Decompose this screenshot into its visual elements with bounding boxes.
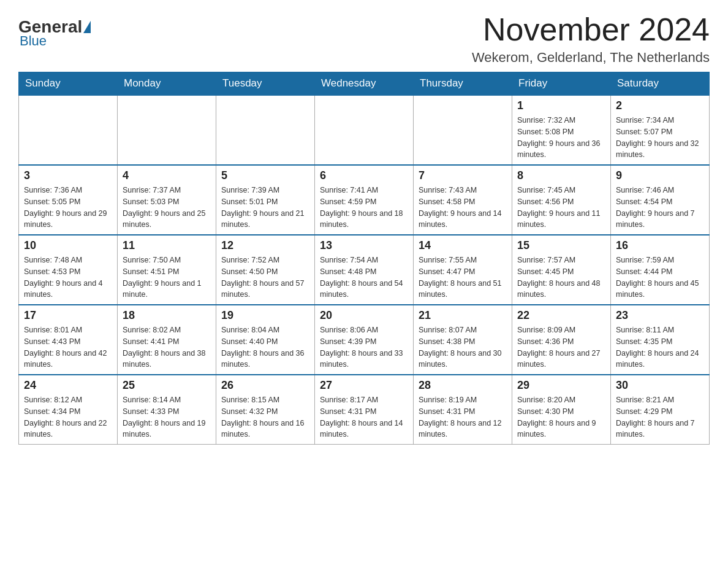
day-info: Sunrise: 7:43 AMSunset: 4:58 PMDaylight:… — [419, 185, 507, 231]
day-info: Sunrise: 8:04 AMSunset: 4:40 PMDaylight:… — [221, 324, 309, 370]
calendar-cell-w1-d1: 4Sunrise: 7:37 AMSunset: 5:03 PMDaylight… — [118, 165, 216, 235]
day-number: 14 — [419, 239, 507, 252]
calendar-cell-w2-d5: 15Sunrise: 7:57 AMSunset: 4:45 PMDayligh… — [512, 235, 611, 305]
day-number: 2 — [616, 99, 704, 112]
logo-blue-text: Blue — [20, 33, 47, 49]
day-number: 8 — [517, 169, 605, 182]
logo-triangle-icon — [83, 21, 91, 33]
day-info: Sunrise: 7:59 AMSunset: 4:44 PMDaylight:… — [616, 255, 704, 301]
day-number: 20 — [320, 309, 408, 322]
calendar-cell-w3-d5: 22Sunrise: 8:09 AMSunset: 4:36 PMDayligh… — [512, 305, 611, 375]
day-number: 22 — [517, 309, 605, 322]
header-sunday: Sunday — [19, 72, 118, 96]
calendar-cell-w1-d6: 9Sunrise: 7:46 AMSunset: 4:54 PMDaylight… — [611, 165, 710, 235]
day-info: Sunrise: 8:12 AMSunset: 4:34 PMDaylight:… — [24, 394, 112, 440]
day-info: Sunrise: 7:36 AMSunset: 5:05 PMDaylight:… — [24, 185, 112, 231]
calendar-cell-w0-d6: 2Sunrise: 7:34 AMSunset: 5:07 PMDaylight… — [611, 95, 710, 165]
day-number: 13 — [320, 239, 408, 252]
calendar-cell-w2-d4: 14Sunrise: 7:55 AMSunset: 4:47 PMDayligh… — [414, 235, 512, 305]
day-number: 11 — [123, 239, 211, 252]
header-area: General Blue November 2024 Wekerom, Geld… — [18, 12, 710, 66]
calendar-cell-w1-d3: 6Sunrise: 7:41 AMSunset: 4:59 PMDaylight… — [315, 165, 414, 235]
calendar-cell-w4-d3: 27Sunrise: 8:17 AMSunset: 4:31 PMDayligh… — [315, 375, 414, 445]
day-info: Sunrise: 8:07 AMSunset: 4:38 PMDaylight:… — [419, 324, 507, 370]
calendar-cell-w0-d5: 1Sunrise: 7:32 AMSunset: 5:08 PMDaylight… — [512, 95, 611, 165]
day-info: Sunrise: 8:06 AMSunset: 4:39 PMDaylight:… — [320, 324, 408, 370]
day-number: 26 — [221, 379, 309, 392]
day-number: 5 — [221, 169, 309, 182]
calendar-cell-w0-d3 — [315, 95, 414, 165]
calendar-week-row-2: 10Sunrise: 7:48 AMSunset: 4:53 PMDayligh… — [19, 235, 710, 305]
day-info: Sunrise: 7:48 AMSunset: 4:53 PMDaylight:… — [24, 255, 112, 301]
day-info: Sunrise: 8:19 AMSunset: 4:31 PMDaylight:… — [419, 394, 507, 440]
calendar-cell-w3-d2: 19Sunrise: 8:04 AMSunset: 4:40 PMDayligh… — [216, 305, 315, 375]
day-info: Sunrise: 8:09 AMSunset: 4:36 PMDaylight:… — [517, 324, 605, 370]
day-number: 27 — [320, 379, 408, 392]
calendar-cell-w4-d4: 28Sunrise: 8:19 AMSunset: 4:31 PMDayligh… — [414, 375, 512, 445]
day-info: Sunrise: 8:11 AMSunset: 4:35 PMDaylight:… — [616, 324, 704, 370]
calendar-cell-w3-d4: 21Sunrise: 8:07 AMSunset: 4:38 PMDayligh… — [414, 305, 512, 375]
calendar-cell-w3-d3: 20Sunrise: 8:06 AMSunset: 4:39 PMDayligh… — [315, 305, 414, 375]
day-number: 1 — [517, 99, 605, 112]
day-info: Sunrise: 8:14 AMSunset: 4:33 PMDaylight:… — [123, 394, 211, 440]
calendar-cell-w4-d2: 26Sunrise: 8:15 AMSunset: 4:32 PMDayligh… — [216, 375, 315, 445]
calendar-table: Sunday Monday Tuesday Wednesday Thursday… — [18, 72, 710, 445]
day-info: Sunrise: 7:39 AMSunset: 5:01 PMDaylight:… — [221, 185, 309, 231]
calendar-cell-w2-d3: 13Sunrise: 7:54 AMSunset: 4:48 PMDayligh… — [315, 235, 414, 305]
day-info: Sunrise: 7:57 AMSunset: 4:45 PMDaylight:… — [517, 255, 605, 301]
calendar-cell-w2-d1: 11Sunrise: 7:50 AMSunset: 4:51 PMDayligh… — [118, 235, 216, 305]
day-info: Sunrise: 7:46 AMSunset: 4:54 PMDaylight:… — [616, 185, 704, 231]
day-info: Sunrise: 7:50 AMSunset: 4:51 PMDaylight:… — [123, 255, 211, 301]
calendar-cell-w2-d2: 12Sunrise: 7:52 AMSunset: 4:50 PMDayligh… — [216, 235, 315, 305]
day-number: 15 — [517, 239, 605, 252]
weekday-header-row: Sunday Monday Tuesday Wednesday Thursday… — [19, 72, 710, 96]
calendar-cell-w3-d6: 23Sunrise: 8:11 AMSunset: 4:35 PMDayligh… — [611, 305, 710, 375]
day-info: Sunrise: 8:20 AMSunset: 4:30 PMDaylight:… — [517, 394, 605, 440]
day-number: 28 — [419, 379, 507, 392]
day-number: 23 — [616, 309, 704, 322]
day-number: 19 — [221, 309, 309, 322]
calendar-cell-w3-d1: 18Sunrise: 8:02 AMSunset: 4:41 PMDayligh… — [118, 305, 216, 375]
calendar-cell-w2-d0: 10Sunrise: 7:48 AMSunset: 4:53 PMDayligh… — [19, 235, 118, 305]
day-info: Sunrise: 8:17 AMSunset: 4:31 PMDaylight:… — [320, 394, 408, 440]
location-title: Wekerom, Gelderland, The Netherlands — [472, 50, 710, 66]
title-area: November 2024 Wekerom, Gelderland, The N… — [472, 12, 710, 66]
day-number: 9 — [616, 169, 704, 182]
day-info: Sunrise: 8:15 AMSunset: 4:32 PMDaylight:… — [221, 394, 309, 440]
day-info: Sunrise: 7:52 AMSunset: 4:50 PMDaylight:… — [221, 255, 309, 301]
calendar-cell-w4-d6: 30Sunrise: 8:21 AMSunset: 4:29 PMDayligh… — [611, 375, 710, 445]
calendar-cell-w0-d1 — [118, 95, 216, 165]
calendar-week-row-1: 3Sunrise: 7:36 AMSunset: 5:05 PMDaylight… — [19, 165, 710, 235]
calendar-cell-w3-d0: 17Sunrise: 8:01 AMSunset: 4:43 PMDayligh… — [19, 305, 118, 375]
header-thursday: Thursday — [414, 72, 512, 96]
day-info: Sunrise: 7:55 AMSunset: 4:47 PMDaylight:… — [419, 255, 507, 301]
day-info: Sunrise: 7:37 AMSunset: 5:03 PMDaylight:… — [123, 185, 211, 231]
day-number: 24 — [24, 379, 112, 392]
day-info: Sunrise: 7:45 AMSunset: 4:56 PMDaylight:… — [517, 185, 605, 231]
day-number: 30 — [616, 379, 704, 392]
month-title: November 2024 — [472, 12, 710, 47]
day-number: 12 — [221, 239, 309, 252]
calendar-cell-w4-d5: 29Sunrise: 8:20 AMSunset: 4:30 PMDayligh… — [512, 375, 611, 445]
calendar-week-row-3: 17Sunrise: 8:01 AMSunset: 4:43 PMDayligh… — [19, 305, 710, 375]
calendar-cell-w1-d5: 8Sunrise: 7:45 AMSunset: 4:56 PMDaylight… — [512, 165, 611, 235]
header-wednesday: Wednesday — [315, 72, 414, 96]
day-info: Sunrise: 8:21 AMSunset: 4:29 PMDaylight:… — [616, 394, 704, 440]
day-number: 7 — [419, 169, 507, 182]
calendar-cell-w0-d2 — [216, 95, 315, 165]
calendar-cell-w4-d1: 25Sunrise: 8:14 AMSunset: 4:33 PMDayligh… — [118, 375, 216, 445]
day-number: 10 — [24, 239, 112, 252]
day-info: Sunrise: 7:54 AMSunset: 4:48 PMDaylight:… — [320, 255, 408, 301]
calendar-cell-w4-d0: 24Sunrise: 8:12 AMSunset: 4:34 PMDayligh… — [19, 375, 118, 445]
day-info: Sunrise: 8:02 AMSunset: 4:41 PMDaylight:… — [123, 324, 211, 370]
calendar-cell-w0-d0 — [19, 95, 118, 165]
day-info: Sunrise: 7:32 AMSunset: 5:08 PMDaylight:… — [517, 115, 605, 161]
day-info: Sunrise: 8:01 AMSunset: 4:43 PMDaylight:… — [24, 324, 112, 370]
calendar-cell-w0-d4 — [414, 95, 512, 165]
day-number: 18 — [123, 309, 211, 322]
header-tuesday: Tuesday — [216, 72, 315, 96]
calendar-week-row-4: 24Sunrise: 8:12 AMSunset: 4:34 PMDayligh… — [19, 375, 710, 445]
day-number: 25 — [123, 379, 211, 392]
day-info: Sunrise: 7:34 AMSunset: 5:07 PMDaylight:… — [616, 115, 704, 161]
calendar-cell-w1-d0: 3Sunrise: 7:36 AMSunset: 5:05 PMDaylight… — [19, 165, 118, 235]
